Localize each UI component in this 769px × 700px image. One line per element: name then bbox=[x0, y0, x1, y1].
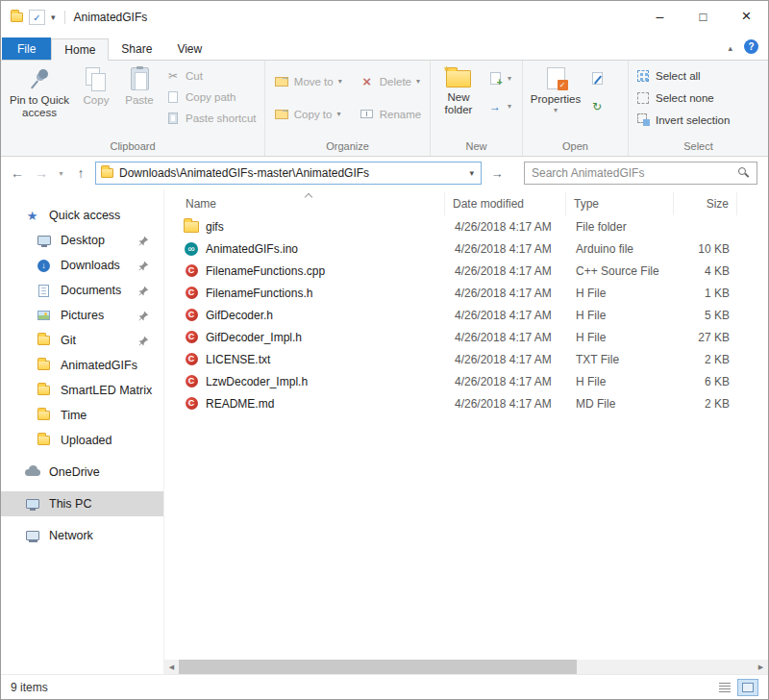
column-label: Date modified bbox=[453, 197, 524, 211]
sidebar-item-network[interactable]: Network bbox=[1, 523, 163, 548]
new-item-button[interactable] bbox=[484, 68, 515, 88]
collapse-ribbon-icon[interactable] bbox=[728, 40, 732, 54]
copy-path-icon bbox=[168, 91, 178, 103]
search-input[interactable] bbox=[532, 166, 738, 180]
copy-path-button[interactable]: Copy path bbox=[161, 87, 260, 107]
edit-button[interactable] bbox=[585, 68, 608, 88]
file-name: FilenameFunctions.cpp bbox=[206, 264, 325, 278]
items-count: 9 items bbox=[11, 681, 48, 694]
address-path[interactable]: Downloads\AnimatedGIFs-master\AnimatedGI… bbox=[119, 166, 461, 180]
scrollbar-thumb[interactable] bbox=[179, 660, 577, 674]
copy-to-button[interactable]: Copy to bbox=[270, 104, 346, 124]
file-row[interactable]: GifDecoder.h 4/26/2018 4:17 AM H File 5 … bbox=[164, 304, 768, 326]
select-all-button[interactable]: Select all bbox=[632, 65, 705, 86]
help-icon[interactable] bbox=[744, 39, 758, 54]
sidebar-item-git[interactable]: Git bbox=[1, 328, 163, 353]
recent-locations-dropdown-icon[interactable] bbox=[56, 169, 66, 178]
history-button[interactable] bbox=[585, 96, 608, 116]
paste-shortcut-button[interactable]: Paste shortcut bbox=[161, 108, 260, 128]
back-button[interactable] bbox=[8, 165, 27, 181]
tab-share[interactable]: Share bbox=[109, 38, 164, 60]
file-row[interactable]: GifDecoder_Impl.h 4/26/2018 4:17 AM H Fi… bbox=[164, 326, 768, 348]
sidebar-item-time[interactable]: Time bbox=[1, 403, 163, 428]
up-button[interactable] bbox=[71, 165, 90, 181]
address-bar[interactable]: Downloads\AnimatedGIFs-master\AnimatedGI… bbox=[95, 162, 482, 185]
file-row[interactable]: LzwDecoder_Impl.h 4/26/2018 4:17 AM H Fi… bbox=[164, 370, 768, 392]
file-type: H File bbox=[566, 309, 674, 322]
minimize-button[interactable] bbox=[638, 1, 682, 32]
horizontal-scrollbar[interactable] bbox=[164, 660, 768, 674]
scroll-right-icon[interactable] bbox=[754, 660, 768, 674]
file-row[interactable]: AnimatedGIFs.ino 4/26/2018 4:17 AM Ardui… bbox=[164, 238, 768, 260]
tab-home[interactable]: Home bbox=[51, 38, 109, 61]
tab-file[interactable]: File bbox=[2, 38, 51, 60]
group-label-open: Open bbox=[526, 139, 625, 156]
column-header-date-modified[interactable]: Date modified bbox=[445, 192, 566, 215]
file-type: H File bbox=[566, 331, 674, 344]
forward-button[interactable] bbox=[32, 165, 51, 181]
file-type: H File bbox=[566, 287, 674, 300]
sidebar-item-smartled-matrix[interactable]: SmartLED Matrix bbox=[1, 378, 163, 403]
quick-access-toolbar-button[interactable] bbox=[29, 10, 45, 25]
thumbnails-view-button[interactable] bbox=[737, 679, 758, 696]
file-size: 1 KB bbox=[674, 287, 737, 300]
sidebar-item-desktop[interactable]: Desktop bbox=[1, 228, 163, 253]
search-icon[interactable] bbox=[738, 167, 750, 179]
column-header-name[interactable]: Name bbox=[184, 192, 445, 215]
go-to-button[interactable] bbox=[486, 162, 508, 185]
ribbon-group-organize: Move to Copy to Delete bbox=[264, 61, 430, 156]
sidebar-item-documents[interactable]: Documents bbox=[1, 278, 163, 303]
close-button[interactable] bbox=[725, 1, 768, 32]
pin-icon bbox=[138, 311, 149, 321]
pin-icon bbox=[138, 261, 149, 271]
file-row[interactable]: README.md 4/26/2018 4:17 AM MD File 2 KB bbox=[164, 392, 768, 414]
pin-to-quick-access-button[interactable]: Pin to Quick access bbox=[4, 62, 75, 119]
address-dropdown-icon[interactable] bbox=[467, 168, 476, 178]
paste-button[interactable]: Paste bbox=[117, 62, 161, 107]
sidebar-item-this-pc[interactable]: This PC bbox=[1, 491, 163, 516]
folder-icon bbox=[37, 411, 50, 420]
invert-selection-button[interactable]: Invert selection bbox=[632, 110, 733, 130]
properties-button[interactable]: Properties bbox=[526, 62, 585, 114]
file-name: FilenameFunctions.h bbox=[206, 287, 312, 300]
file-row[interactable]: FilenameFunctions.cpp 4/26/2018 4:17 AM … bbox=[164, 260, 768, 282]
column-header-size[interactable]: Size bbox=[674, 192, 737, 215]
sidebar-item-uploaded[interactable]: Uploaded bbox=[1, 428, 163, 453]
search-box[interactable] bbox=[524, 162, 757, 185]
file-name: LICENSE.txt bbox=[206, 353, 270, 366]
move-to-button[interactable]: Move to bbox=[270, 71, 346, 91]
file-row[interactable]: LICENSE.txt 4/26/2018 4:17 AM TXT File 2… bbox=[164, 348, 768, 370]
file-date: 4/26/2018 4:17 AM bbox=[445, 353, 566, 366]
easy-access-button[interactable] bbox=[484, 96, 515, 116]
window-title: AnimatedGIFs bbox=[74, 11, 148, 24]
sidebar-item-label: Desktop bbox=[61, 234, 105, 247]
sidebar-item-quick-access[interactable]: Quick access bbox=[1, 203, 163, 228]
file-explorer-window: AnimatedGIFs File Home Share View Pin to… bbox=[0, 0, 769, 700]
cut-button[interactable]: Cut bbox=[161, 65, 260, 86]
file-name: GifDecoder_Impl.h bbox=[206, 331, 302, 344]
scroll-left-icon[interactable] bbox=[164, 660, 179, 674]
new-folder-button[interactable]: New folder bbox=[434, 62, 484, 116]
delete-button[interactable]: Delete bbox=[356, 71, 425, 91]
group-label-clipboard: Clipboard bbox=[4, 139, 261, 156]
folder-icon bbox=[37, 386, 50, 395]
title-bar: AnimatedGIFs bbox=[1, 1, 768, 34]
file-row[interactable]: gifs 4/26/2018 4:17 AM File folder bbox=[164, 215, 768, 238]
sidebar-item-pictures[interactable]: Pictures bbox=[1, 303, 163, 328]
tab-view[interactable]: View bbox=[164, 38, 214, 60]
qat-dropdown-icon[interactable] bbox=[51, 12, 56, 22]
sidebar-item-label: Uploaded bbox=[61, 434, 112, 447]
copy-button[interactable]: Copy bbox=[75, 62, 117, 107]
button-label: Copy path bbox=[186, 91, 236, 103]
maximize-button[interactable] bbox=[682, 1, 725, 32]
rename-button[interactable]: Rename bbox=[356, 104, 425, 124]
select-none-button[interactable]: Select none bbox=[632, 88, 718, 108]
sidebar-item-onedrive[interactable]: OneDrive bbox=[1, 460, 163, 485]
details-view-button[interactable] bbox=[714, 679, 735, 696]
column-header-type[interactable]: Type bbox=[566, 192, 674, 215]
sidebar-item-downloads[interactable]: Downloads bbox=[1, 253, 163, 278]
copy-icon bbox=[85, 67, 108, 90]
pin-icon bbox=[138, 336, 149, 346]
file-row[interactable]: FilenameFunctions.h 4/26/2018 4:17 AM H … bbox=[164, 282, 768, 304]
sidebar-item-animatedgifs[interactable]: AnimatedGIFs bbox=[1, 353, 163, 378]
